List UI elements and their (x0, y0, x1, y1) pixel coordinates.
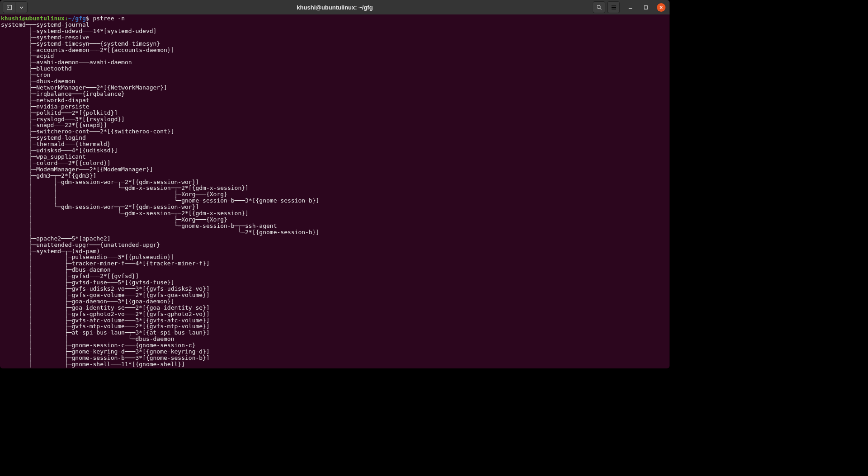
search-icon (596, 5, 602, 10)
svg-point-3 (597, 5, 600, 8)
prompt-colon: : (65, 15, 68, 22)
terminal-tab-icon (6, 5, 12, 10)
tab-dropdown-button[interactable] (15, 1, 28, 13)
svg-rect-8 (628, 8, 632, 9)
terminal-window: khushi@ubuntulinux: ~/gfg khushi@ubuntul… (0, 0, 670, 368)
prompt-user-host: khushi@ubuntulinux (1, 15, 65, 22)
maximize-button[interactable] (641, 2, 651, 12)
hamburger-icon (611, 5, 617, 10)
titlebar-left-controls (0, 1, 28, 13)
hamburger-menu-button[interactable] (607, 1, 620, 13)
prompt-path: ~/gfg (68, 15, 86, 22)
prompt-dollar: $ (86, 15, 90, 22)
command-text: pstree -n (93, 15, 125, 22)
close-circle (657, 3, 665, 12)
close-button[interactable] (656, 2, 666, 12)
svg-rect-7 (611, 9, 616, 9)
chevron-down-icon (19, 5, 24, 9)
pstree-output: systemd─┬─systemd-journal ├─systemd-udev… (1, 21, 319, 368)
svg-line-4 (600, 8, 601, 9)
titlebar: khushi@ubuntulinux: ~/gfg (0, 0, 670, 14)
window-title: khushi@ubuntulinux: ~/gfg (0, 4, 670, 11)
titlebar-right-controls (593, 1, 670, 13)
maximize-icon (643, 5, 648, 10)
svg-rect-0 (7, 5, 11, 9)
terminal-output[interactable]: khushi@ubuntulinux:~/gfg$ pstree -n syst… (0, 14, 670, 368)
new-tab-button[interactable] (3, 1, 15, 13)
svg-rect-2 (8, 6, 8, 6)
svg-rect-9 (644, 5, 647, 9)
close-icon (659, 5, 663, 9)
minimize-button[interactable] (625, 2, 635, 12)
search-button[interactable] (593, 1, 605, 13)
svg-rect-1 (8, 7, 9, 7)
svg-rect-6 (611, 7, 616, 7)
minimize-icon (628, 5, 633, 10)
svg-rect-5 (611, 5, 616, 6)
